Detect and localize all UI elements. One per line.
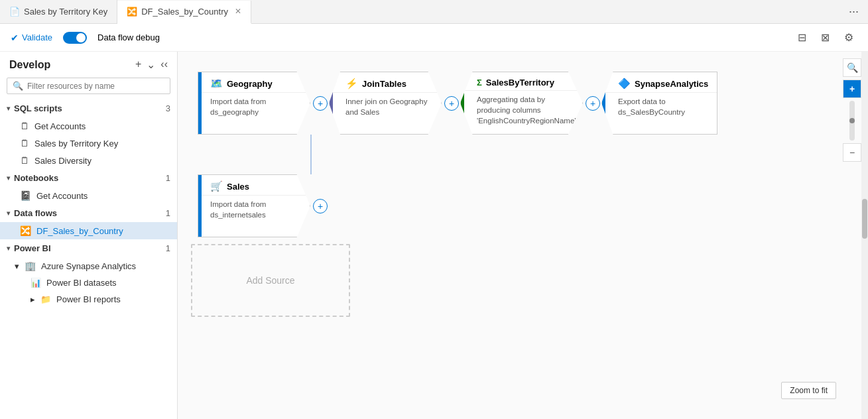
canvas-tools: 🔍 + − [843,58,861,162]
search-canvas-btn[interactable]: 🔍 [843,58,861,77]
zoom-slider-track [849,101,855,141]
sql-scripts-chevron: ▾ [7,105,10,112]
plus-btn-2[interactable]: + [444,96,459,111]
add-source-box[interactable]: Add Source [191,244,350,317]
plus-btn-1[interactable]: + [313,96,328,111]
geography-icon: 🗺️ [210,78,223,90]
synapse-body: Export data to ds_SalesByCountry [602,93,717,123]
settings-icon[interactable]: ⚙ [840,30,857,45]
main-layout: Develop + ⌄ ‹‹ 🔍 ▾ SQL scripts 3 🗒 Get A… [0,52,868,419]
dataflows-chevron: ▾ [7,210,10,217]
sidebar-item-sales-territory-key[interactable]: 🗒 Sales by Territory Key [0,135,177,152]
sql-icon-2: 🗒 [20,138,29,149]
notebooks-count: 1 [166,173,170,183]
sales-diversity-label: Sales Diversity [34,156,92,166]
plus-btn-3[interactable]: + [586,96,600,111]
section-power-bi[interactable]: ▾ Power BI 1 [0,239,177,257]
get-accounts-1-label: Get Accounts [34,121,86,131]
sidebar-item-power-bi-reports[interactable]: ▸ 📁 Power BI reports [0,291,177,308]
sidebar-actions: + ⌄ ‹‹ [135,58,168,71]
section-notebooks[interactable]: ▾ Notebooks 1 [0,169,177,187]
node-geography[interactable]: 🗺️ Geography Import data from ds_geograp… [198,72,310,135]
tab-sales-territory[interactable]: 📄 Sales by Territory Key [0,0,117,23]
sidebar-title: Develop [9,59,130,71]
geography-title: Geography [227,79,273,89]
validate-button[interactable]: ✔ Validate [11,32,52,43]
sales-title: Sales [227,182,249,192]
layout-icon[interactable]: ⊠ [817,30,834,45]
debug-toggle[interactable] [63,32,87,44]
datasets-icon: 📊 [31,278,41,288]
section-sql-scripts[interactable]: ▾ SQL scripts 3 [0,99,177,117]
toolbar: ✔ Validate Data flow debug ⊟ ⊠ ⚙ [0,24,868,52]
tab-close-btn[interactable]: ✕ [235,7,241,16]
tab-df-sales-country[interactable]: 🔀 DF_Sales_by_Country ✕ [117,1,251,24]
data-flows-count: 1 [166,208,170,218]
sidebar: Develop + ⌄ ‹‹ 🔍 ▾ SQL scripts 3 🗒 Get A… [0,52,178,419]
azure-synapse-icon: 🏢 [25,261,36,271]
join-icon: ⚡ [345,78,358,90]
territory-title: SalesByTerritory [486,78,554,88]
power-bi-reports-label: Power BI reports [56,294,121,304]
flow-row-2: 🛒 Sales Import data from ds_internetsale… [198,174,330,237]
toggle-thumb [76,33,86,42]
power-bi-label: Power BI [14,243,51,253]
synapse-icon: 🔷 [618,78,631,90]
notebook-icon-1: 📓 [20,190,31,201]
zoom-in-btn[interactable]: + [843,80,861,98]
add-resource-btn[interactable]: + [135,58,141,71]
zoom-slider-thumb[interactable] [849,118,855,123]
get-accounts-2-label: Get Accounts [36,191,88,201]
tab-icon-sql: 📄 [9,7,20,17]
tab-icon-dataflow: 🔀 [127,7,137,17]
node-join-tables[interactable]: ⚡ JoinTables Inner join on Geography and… [329,72,442,135]
search-icon: 🔍 [13,81,23,91]
sidebar-header: Develop + ⌄ ‹‹ [0,52,177,78]
debug-label: Data flow debug [97,32,160,42]
join-body: Inner join on Geography and Sales [330,93,441,123]
zoom-fit-button[interactable]: Zoom to fit [781,382,836,399]
azure-synapse-label: Azure Synapse Analytics [41,261,136,271]
more-tabs-btn[interactable]: ··· [839,5,868,19]
geography-body: Import data from ds_geography [198,93,310,123]
checkmark-icon: ✔ [11,32,19,43]
sidebar-item-sales-diversity[interactable]: 🗒 Sales Diversity [0,152,177,169]
scrollbar-thumb[interactable] [862,199,867,239]
sql-scripts-count: 3 [166,103,170,113]
territory-icon: Σ [477,78,482,88]
dataflow-icon-1: 🔀 [20,225,31,236]
sidebar-item-get-accounts-1[interactable]: 🗒 Get Accounts [0,117,177,135]
sidebar-item-azure-synapse[interactable]: ▾ 🏢 Azure Synapse Analytics [0,257,177,274]
collapse-sidebar-btn[interactable]: ‹‹ [160,58,168,71]
zoom-out-btn[interactable]: − [843,143,861,162]
sales-body: Import data from ds_internetsales [198,196,310,225]
minimap-icon[interactable]: ⊟ [794,30,810,45]
sidebar-item-power-bi-datasets[interactable]: 📊 Power BI datasets [0,274,177,291]
azure-synapse-chevron: ▾ [15,261,19,271]
synapse-title: SynapseAnalytics [635,79,708,89]
section-data-flows[interactable]: ▾ Data flows 1 [0,204,177,222]
node-sales-by-territory[interactable]: Σ SalesByTerritory Aggregating data by p… [460,72,583,135]
search-input[interactable] [27,82,164,91]
data-flows-label: Data flows [14,208,57,218]
vertical-scrollbar[interactable] [861,52,868,419]
collapse-all-btn[interactable]: ⌄ [147,58,155,71]
tab-label-sales-territory: Sales by Territory Key [24,7,107,17]
node-sales[interactable]: 🛒 Sales Import data from ds_internetsale… [198,174,310,237]
join-title: JoinTables [362,79,406,89]
plus-btn-sales[interactable]: + [313,199,328,213]
notebooks-label: Notebooks [14,173,58,183]
df-sales-country-label: DF_Sales_by_Country [36,226,123,236]
connector-v-line [310,72,312,174]
node-synapse-analytics[interactable]: 🔷 SynapseAnalytics Export data to ds_Sal… [601,72,717,135]
sales-icon: 🛒 [210,180,223,192]
add-source-label: Add Source [246,275,294,286]
tab-label-df-sales-country: DF_Sales_by_Country [141,7,228,17]
territory-body: Aggregating data by producing columns 'E… [461,91,582,131]
sales-territory-key-label: Sales by Territory Key [34,139,118,149]
power-bi-datasets-label: Power BI datasets [46,278,117,288]
sidebar-item-df-sales-country[interactable]: 🔀 DF_Sales_by_Country [0,222,177,239]
sidebar-item-get-accounts-2[interactable]: 📓 Get Accounts [0,187,177,204]
sql-scripts-label: SQL scripts [14,103,62,113]
reports-icon: 📁 [40,294,51,304]
